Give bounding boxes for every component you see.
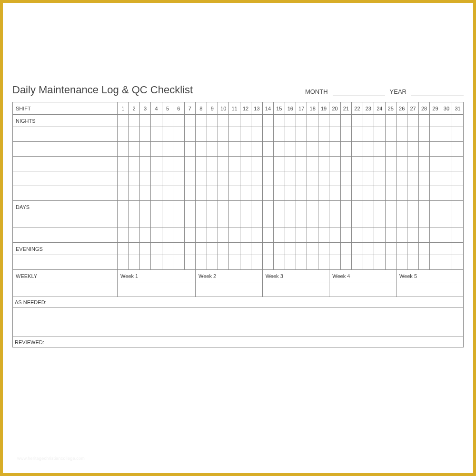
day-header: 26 <box>396 102 407 115</box>
data-row <box>13 228 464 243</box>
day-header: 6 <box>173 102 184 115</box>
section-row-nights: NIGHTS <box>13 115 464 127</box>
day-header: 18 <box>307 102 318 115</box>
day-header: 1 <box>118 102 129 115</box>
day-header: 22 <box>352 102 363 115</box>
document-frame: Daily Maintenance Log & QC Checklist MON… <box>0 0 476 476</box>
day-header: 28 <box>418 102 429 115</box>
week-header: Week 4 <box>329 270 397 282</box>
header-row: SHIFT 1 2 3 4 5 6 7 8 9 10 11 12 13 14 1… <box>13 102 464 115</box>
section-row-evenings: EVENINGS <box>13 243 464 255</box>
weekly-data-row <box>13 282 464 297</box>
week-header: Week 1 <box>118 270 196 282</box>
data-row <box>13 213 464 228</box>
weekly-label: WEEKLY <box>13 270 118 282</box>
nights-label: NIGHTS <box>13 115 118 127</box>
year-blank <box>411 89 464 96</box>
document-sheet: Daily Maintenance Log & QC Checklist MON… <box>12 84 464 347</box>
day-header: 20 <box>329 102 340 115</box>
section-row-days: DAYS <box>13 201 464 213</box>
day-header: 23 <box>363 102 374 115</box>
day-header: 10 <box>218 102 228 115</box>
days-label: DAYS <box>13 201 118 213</box>
data-row <box>13 142 464 157</box>
day-header: 30 <box>441 102 452 115</box>
day-header: 25 <box>385 102 396 115</box>
year-label: YEAR <box>390 88 407 96</box>
day-header: 15 <box>274 102 285 115</box>
day-header: 4 <box>151 102 162 115</box>
day-header: 7 <box>184 102 195 115</box>
log-table: SHIFT 1 2 3 4 5 6 7 8 9 10 11 12 13 14 1… <box>12 102 464 347</box>
day-header: 24 <box>374 102 385 115</box>
evenings-label: EVENINGS <box>13 243 118 255</box>
section-row-weekly: WEEKLY Week 1 Week 2 Week 3 Week 4 Week … <box>13 270 464 282</box>
day-header: 27 <box>407 102 418 115</box>
as-needed-data-row <box>13 322 464 337</box>
page-title: Daily Maintenance Log & QC Checklist <box>12 84 193 96</box>
day-header: 8 <box>196 102 207 115</box>
watermark: www.heritagechristiancollege.com <box>17 456 85 461</box>
data-row <box>13 171 464 186</box>
week-header: Week 2 <box>196 270 263 282</box>
day-header: 9 <box>207 102 218 115</box>
as-needed-data-row <box>13 307 464 322</box>
day-header: 3 <box>139 102 150 115</box>
as-needed-row: AS NEEDED: <box>13 297 464 307</box>
data-row <box>13 127 464 142</box>
reviewed-label: REVIEWED: <box>13 337 464 347</box>
month-blank <box>333 89 385 96</box>
day-header: 16 <box>285 102 296 115</box>
reviewed-row: REVIEWED: <box>13 337 464 347</box>
title-row: Daily Maintenance Log & QC Checklist MON… <box>12 84 464 96</box>
day-header: 13 <box>251 102 262 115</box>
day-header: 14 <box>262 102 273 115</box>
day-header: 17 <box>296 102 307 115</box>
day-header: 12 <box>240 102 251 115</box>
day-header: 2 <box>129 102 139 115</box>
date-fields: MONTH YEAR <box>305 88 464 96</box>
data-row <box>13 157 464 171</box>
day-header: 5 <box>162 102 173 115</box>
shift-header: SHIFT <box>13 102 118 115</box>
day-header: 21 <box>340 102 351 115</box>
as-needed-label: AS NEEDED: <box>13 297 464 307</box>
day-header: 19 <box>318 102 329 115</box>
data-row <box>13 255 464 270</box>
day-header: 31 <box>452 102 464 115</box>
week-header: Week 3 <box>262 270 329 282</box>
month-label: MONTH <box>305 88 328 96</box>
data-row <box>13 186 464 201</box>
day-header: 11 <box>229 102 240 115</box>
week-header: Week 5 <box>396 270 463 282</box>
day-header: 29 <box>430 102 441 115</box>
